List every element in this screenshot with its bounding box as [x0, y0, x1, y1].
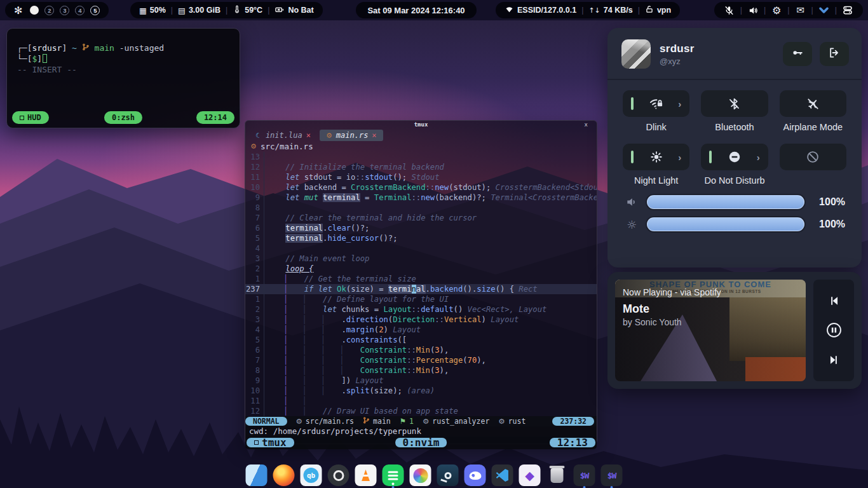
- next-track-button[interactable]: [821, 349, 846, 371]
- toggle-airplane-mode[interactable]: [780, 90, 846, 117]
- memory-icon: ▤: [178, 6, 186, 15]
- tab-init-lua[interactable]: ☾ init.lua ×: [249, 130, 317, 141]
- tmux-session-pill[interactable]: HUD: [12, 111, 49, 124]
- tmux-editor-window[interactable]: tmux x ☾ init.lua × ⚙ main.rs × ⚙ src/ma…: [245, 120, 597, 444]
- code-line[interactable]: 7 // Clear the terminal and hide the cur…: [245, 213, 597, 223]
- dock-item-vlc[interactable]: [355, 464, 377, 486]
- dock-item-vscode[interactable]: [492, 464, 513, 486]
- code-line[interactable]: 4 ▏ ▏ ▏ .margin(2) Layout: [245, 325, 597, 335]
- system-stats-module[interactable]: ▦50% | ▤3.00 GiB | 59°C | No Bat: [130, 2, 323, 18]
- pane-icon: [20, 116, 24, 120]
- terminal-output[interactable]: ┌─[srdusr] ~ main -unstaged └─[$] -- INS…: [7, 29, 240, 75]
- editor-tmux-statusbar: tmux 0:nvim 12:13: [245, 437, 597, 449]
- code-line[interactable]: 12 // Initialize the terminal backend: [245, 162, 597, 172]
- dock-item-obsidian[interactable]: ◆: [519, 464, 541, 486]
- toggles-panel-icon[interactable]: [841, 4, 854, 16]
- chevron-right-icon[interactable]: ›: [757, 152, 760, 163]
- dock-item-obs-studio[interactable]: [328, 464, 349, 486]
- dock-item-steam[interactable]: [437, 464, 459, 486]
- code-line[interactable]: 6 terminal.clear()?;: [245, 223, 597, 233]
- toggle-do-not-disturb[interactable]: ›: [701, 144, 768, 170]
- code-line[interactable]: 1 ▏ ▏ // Define layout for the UI: [245, 294, 597, 304]
- toggle-blocked[interactable]: [780, 144, 846, 170]
- workspace-4[interactable]: 4: [75, 6, 85, 15]
- code-line[interactable]: 8 ▏ ▏ ▏ ▏ Constraint::Min(3),: [245, 365, 597, 376]
- workspace-3[interactable]: 3: [60, 6, 69, 15]
- code-line[interactable]: 1 ▏ // Get the terminal size: [245, 274, 597, 284]
- sw-app-1-icon: $W: [580, 471, 589, 480]
- chevron-right-icon[interactable]: ›: [678, 98, 681, 109]
- tab-close-icon[interactable]: ×: [306, 131, 311, 140]
- tab-close-icon[interactable]: ×: [372, 131, 376, 140]
- cwd-line: cwd: /home/srdusr/projects/typerpunk: [245, 426, 597, 437]
- network-module[interactable]: ESSID/127.0.0.1 | ↑↓74 KB/s | vpn: [496, 2, 680, 18]
- workspace-2[interactable]: 2: [44, 6, 54, 15]
- line-number: 12: [245, 406, 264, 416]
- speaker-icon[interactable]: [747, 5, 759, 16]
- toggle-label: Airplane Mode: [783, 122, 843, 133]
- code-line[interactable]: 5 terminal.hide_cursor()?;: [245, 233, 597, 243]
- code-line[interactable]: 5 ▏ ▏ ▏ .constraints([: [245, 335, 597, 345]
- chevron-right-icon[interactable]: ›: [678, 152, 681, 163]
- user-info: srdusr @xyz: [660, 43, 774, 66]
- code-lines[interactable]: 1312 // Initialize the terminal backend1…: [245, 152, 597, 416]
- code-line[interactable]: 8: [245, 203, 597, 213]
- dock-item-file-manager[interactable]: [246, 464, 268, 486]
- toggle-bluetooth[interactable]: [701, 90, 768, 117]
- code-line[interactable]: 11 ▏ ▏: [245, 396, 597, 406]
- dock-item-discord[interactable]: [465, 464, 486, 486]
- code-line[interactable]: 6 ▏ ▏ ▏ ▏ Constraint::Min(3),: [245, 345, 597, 355]
- pause-button[interactable]: [821, 320, 846, 341]
- previous-track-button[interactable]: [821, 290, 846, 311]
- dock-item-sw-app-2[interactable]: $W: [601, 464, 623, 486]
- code-line[interactable]: 10 ▏ ▏ ▏ .split(size); (area): [245, 386, 597, 396]
- code-line[interactable]: 12 ▏ ▏ // Draw UI based on app state: [245, 406, 597, 416]
- media-controls: [813, 280, 854, 381]
- workspace-5[interactable]: 5: [90, 6, 100, 15]
- lsp-indicator: ⚙rust_analyzer: [423, 417, 489, 426]
- code-line[interactable]: 7 ▏ ▏ ▏ ▏ Constraint::Percentage(70),: [245, 355, 597, 365]
- code-line[interactable]: 9 ▏ ▏ ▏ ]) Layout: [245, 376, 597, 386]
- code-line[interactable]: 2 loop {: [245, 264, 597, 274]
- code-line[interactable]: 10 let backend = CrosstermBackend::new(s…: [245, 182, 597, 193]
- dock-item-qbittorrent[interactable]: qb: [301, 464, 322, 486]
- code-line[interactable]: 11 let stdout = io::stdout(); Stdout: [245, 172, 597, 182]
- toggle-cell-airplane-mode: Airplane Mode: [780, 90, 846, 133]
- toggle-dlink[interactable]: ›: [623, 90, 689, 117]
- code-line[interactable]: 4: [245, 243, 597, 254]
- keyring-button[interactable]: [783, 42, 812, 66]
- dock-item-spotify[interactable]: [383, 464, 404, 486]
- mail-tray-icon[interactable]: ✉: [794, 4, 807, 16]
- dock-item-firefox[interactable]: [273, 464, 295, 486]
- tmux-window-pill[interactable]: 0:nvim: [395, 438, 447, 447]
- logout-button[interactable]: [820, 42, 849, 66]
- workspace-1[interactable]: [30, 6, 39, 15]
- code-line[interactable]: 9 let mut terminal = Terminal::new(backe…: [245, 193, 597, 203]
- dock-item-photos[interactable]: [410, 464, 431, 486]
- chevron-down-icon[interactable]: [818, 4, 831, 17]
- brightness-slider[interactable]: [647, 217, 804, 231]
- username: srdusr: [660, 43, 774, 55]
- line-number: 12: [245, 162, 264, 172]
- terminal-window[interactable]: ┌─[srdusr] ~ main -unstaged └─[$] -- INS…: [6, 28, 240, 128]
- line-number: 5: [245, 335, 264, 345]
- tab-main-rs[interactable]: ⚙ main.rs ×: [320, 130, 383, 141]
- clock-module[interactable]: Sat 09 Mar 2024 12:16:40: [356, 2, 477, 18]
- toggle-night-light[interactable]: ›: [623, 144, 689, 170]
- dock-item-trash[interactable]: [546, 464, 568, 486]
- tmux-window-pill[interactable]: 0:zsh: [104, 111, 142, 124]
- mode-indicator: NORMAL: [245, 417, 287, 426]
- dock-item-sw-app-1[interactable]: $W: [574, 464, 595, 486]
- tmux-session-pill[interactable]: tmux: [247, 438, 294, 447]
- code-line-current[interactable]: 237 ▏ if let Ok(size) = terminal.backend…: [245, 284, 597, 294]
- album-art[interactable]: SHAPE OF PUNK TO COME A CHIMERICAL BOMBI…: [615, 280, 806, 381]
- mic-muted-icon[interactable]: [723, 5, 736, 16]
- code-line[interactable]: 3 // Main event loop: [245, 254, 597, 264]
- volume-slider[interactable]: [647, 195, 804, 209]
- settings-gear-icon[interactable]: ⚙: [770, 4, 783, 17]
- close-button[interactable]: x: [585, 121, 588, 128]
- code-line[interactable]: 3 ▏ ▏ ▏ .direction(Direction::Vertical) …: [245, 315, 597, 325]
- spotify-icon: [388, 475, 398, 477]
- code-line[interactable]: 2 ▏ ▏ let chunks = Layout::default() Vec…: [245, 304, 597, 315]
- code-line[interactable]: 13: [245, 152, 597, 162]
